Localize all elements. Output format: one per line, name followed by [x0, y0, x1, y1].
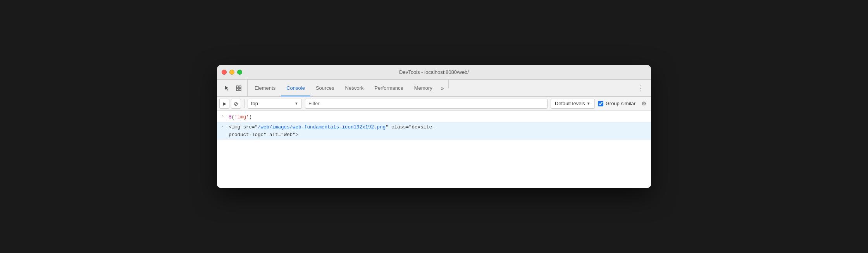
traffic-lights	[222, 70, 242, 75]
execute-context-button[interactable]: ▶	[219, 99, 229, 109]
tab-elements[interactable]: Elements	[249, 80, 281, 96]
code-paren-close: )	[249, 115, 252, 120]
gear-icon: ⚙	[641, 100, 646, 107]
tab-memory[interactable]: Memory	[409, 80, 438, 96]
more-tabs-button[interactable]: »	[438, 80, 447, 96]
titlebar: DevTools - localhost:8080/web/	[217, 65, 651, 80]
inspect-icon-button[interactable]	[233, 83, 244, 94]
devtools-window: DevTools - localhost:8080/web/ Elements	[217, 65, 651, 188]
minimize-button[interactable]	[229, 70, 234, 75]
input-gutter: ›	[217, 113, 229, 119]
svg-rect-1	[239, 86, 241, 88]
console-filter-input[interactable]	[305, 99, 548, 109]
maximize-button[interactable]	[237, 70, 242, 75]
log-levels-button[interactable]: Default levels ▼	[551, 99, 595, 109]
code-src-link[interactable]: /web/images/web-fundamentals-icon192x192…	[258, 125, 386, 130]
code-paren-open: (	[232, 115, 235, 120]
context-selector[interactable]: top ▼	[248, 99, 302, 109]
console-input-line: › $('img')	[217, 112, 651, 122]
code-string-img: 'img'	[234, 115, 249, 120]
tab-console[interactable]: Console	[281, 80, 310, 96]
svg-rect-2	[236, 89, 238, 91]
block-icon: ⊘	[234, 101, 238, 107]
code-rest: product-logo" alt="Web">	[229, 132, 298, 138]
devtools-menu-button[interactable]: ⋮	[636, 83, 646, 94]
cursor-icon-button[interactable]	[222, 83, 232, 94]
console-settings-button[interactable]: ⚙	[639, 99, 649, 109]
tab-network[interactable]: Network	[340, 80, 369, 96]
main-toolbar: Elements Console Sources Network Perform…	[217, 80, 651, 97]
levels-arrow-icon: ▼	[587, 101, 591, 106]
svg-rect-3	[239, 89, 241, 91]
code-dollar: $	[229, 115, 232, 120]
execute-icon: ▶	[223, 101, 226, 106]
console-input-content: $('img')	[229, 113, 648, 121]
toolbar-icons	[219, 80, 248, 96]
inspect-icon	[236, 85, 242, 91]
console-output-line: ‹ <img src="/web/images/web-fundamentals…	[217, 122, 651, 140]
output-gutter: ‹	[217, 123, 229, 129]
console-output-content: <img src="/web/images/web-fundamentals-i…	[229, 123, 648, 139]
console-toolbar-divider	[244, 99, 245, 108]
window-title: DevTools - localhost:8080/web/	[399, 69, 469, 75]
input-arrow-icon: ›	[222, 114, 224, 119]
clear-console-button[interactable]: ⊘	[231, 99, 241, 109]
output-arrow-icon: ‹	[222, 124, 224, 129]
code-class-attr: " class="devsite-	[386, 125, 435, 130]
group-similar-checkbox[interactable]	[598, 101, 603, 106]
tab-performance[interactable]: Performance	[369, 80, 408, 96]
code-tag-open: <img src="	[229, 125, 258, 130]
svg-rect-0	[236, 86, 238, 88]
tab-sources[interactable]: Sources	[310, 80, 340, 96]
context-arrow-icon: ▼	[294, 101, 298, 106]
cursor-icon	[224, 85, 230, 91]
close-button[interactable]	[222, 70, 227, 75]
console-output: › $('img') ‹ <img src="/web/images/web-f…	[217, 111, 651, 188]
group-similar-label[interactable]: Group similar	[598, 101, 636, 106]
toolbar-menu: ⋮	[632, 80, 649, 96]
toolbar-divider	[448, 80, 449, 88]
console-toolbar: ▶ ⊘ top ▼ Default levels ▼ Group similar…	[217, 97, 651, 111]
